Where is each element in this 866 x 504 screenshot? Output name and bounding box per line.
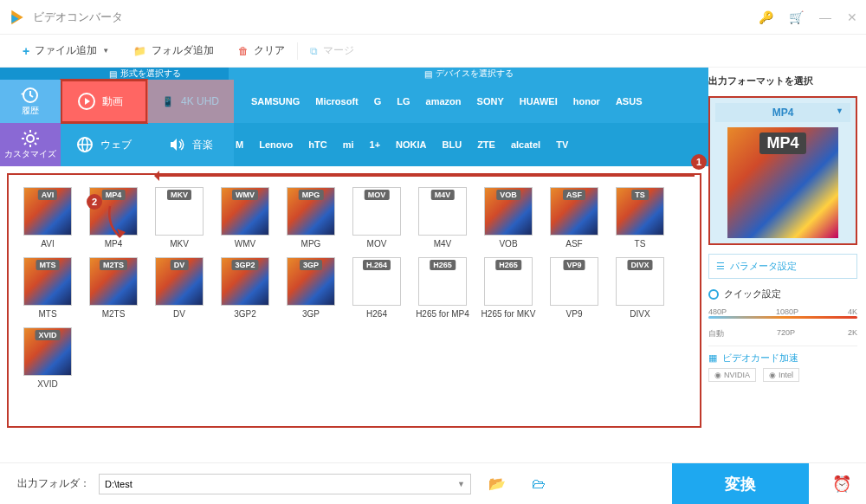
format-thumb: MOV (352, 187, 401, 236)
format-thumb: DIVX (616, 257, 664, 306)
convert-button[interactable]: 変換 (672, 463, 809, 505)
trash-icon: 🗑 (238, 45, 249, 57)
output-folder-select[interactable]: D:\test ▼ (99, 474, 471, 494)
format-xvid[interactable]: XVIDXVID (19, 327, 76, 389)
format-ts[interactable]: TSTS (611, 187, 669, 249)
gear-icon (21, 129, 40, 148)
brand-SAMSUNG[interactable]: SAMSUNG (251, 96, 300, 107)
brand-honor[interactable]: honor (573, 96, 600, 107)
format-label: DIVX (630, 309, 650, 319)
quality-mark: 4K (848, 307, 857, 316)
format-m2ts[interactable]: M2TSM2TS (85, 257, 142, 319)
format-thumb: MKV (155, 187, 204, 236)
format-divx[interactable]: DIVXDIVX (611, 257, 669, 319)
format-asf[interactable]: ASFASF (546, 187, 603, 249)
format-badge: TS (631, 190, 649, 200)
brand-amazon[interactable]: amazon (426, 96, 462, 107)
bottom-bar: 出力フォルダ： D:\test ▼ 📂 🗁 変換 ⏰ (0, 462, 866, 504)
brand-SONY[interactable]: SONY (477, 96, 504, 107)
quality-mark: 480P (708, 307, 727, 316)
format-label: ASF (565, 239, 582, 249)
clear-button[interactable]: 🗑 クリア (226, 43, 297, 58)
format-badge: XVID (35, 330, 60, 340)
format-3gp2[interactable]: 3GP23GP2 (216, 257, 274, 319)
customize-tab[interactable]: カスタマイズ (0, 123, 61, 166)
brand-LG[interactable]: LG (397, 96, 410, 107)
format-label: MPG (301, 239, 321, 249)
close-icon[interactable]: ✕ (847, 10, 857, 24)
minimize-icon[interactable]: — (819, 10, 831, 24)
format-badge: MOV (365, 190, 390, 200)
cart-icon[interactable]: 🛒 (789, 10, 804, 24)
format-label: 3GP2 (234, 309, 256, 319)
format-avi[interactable]: AVIAVI (19, 187, 76, 249)
output-format-select[interactable]: MP4 (715, 103, 850, 122)
brand-1+[interactable]: 1+ (370, 139, 381, 150)
format-mkv[interactable]: MKVMKV (151, 187, 208, 249)
merge-icon: ⧉ (310, 45, 318, 57)
format-3gp[interactable]: 3GP3GP (282, 257, 339, 319)
device-tab-header[interactable]: ▤ デバイスを選択する (229, 68, 708, 80)
brand-BLU[interactable]: BLU (443, 139, 462, 150)
format-thumb: AVI (23, 187, 72, 236)
brand-hTC[interactable]: hTC (308, 139, 326, 150)
format-m4v[interactable]: M4VM4V (414, 187, 471, 249)
brand-NOKIA[interactable]: NOKIA (396, 139, 426, 150)
schedule-button[interactable]: ⏰ (818, 463, 866, 505)
format-dv[interactable]: DVDV (151, 257, 208, 319)
output-folder-label: 出力フォルダ： (17, 476, 90, 491)
add-folder-button[interactable]: 📁 フォルダ追加 (121, 43, 226, 58)
gpu-accel-title[interactable]: ▦ ビデオカード加速 (708, 352, 857, 365)
annotation-arrow-1 (158, 175, 695, 177)
customize-label: カスタマイズ (4, 148, 56, 160)
brand-ZTE[interactable]: ZTE (477, 139, 495, 150)
format-label: 3GP (302, 309, 320, 319)
format-mts[interactable]: MTSMTS (19, 257, 76, 319)
browse-output-button[interactable]: 🗁 (523, 476, 554, 492)
format-tab-header[interactable]: ▤ 形式を選択する (0, 68, 229, 80)
parameter-settings-button[interactable]: ☰ パラメータ設定 (708, 254, 857, 279)
svg-line-6 (24, 132, 26, 134)
format-badge: MP4 (102, 190, 126, 200)
open-folder-button[interactable]: 📂 (480, 475, 514, 492)
format-h264[interactable]: H.264H264 (348, 257, 405, 319)
history-tab[interactable]: 履歴 (0, 80, 61, 123)
brand-Microsoft[interactable]: Microsoft (315, 96, 359, 107)
quality-slider[interactable]: 480P1080P4K 自動720P2K (708, 309, 857, 337)
format-thumb: M2TS (89, 257, 138, 306)
brand-mi[interactable]: mi (343, 139, 354, 150)
format-wmv[interactable]: WMVWMV (216, 187, 274, 249)
format-badge: MTS (36, 260, 60, 270)
format-thumb: VOB (484, 187, 533, 236)
app-logo-icon (9, 9, 26, 26)
add-file-button[interactable]: + ファイル追加 ▼ (10, 43, 121, 58)
format-vob[interactable]: VOBVOB (480, 187, 537, 249)
clear-label: クリア (254, 43, 285, 58)
format-mpg[interactable]: MPGMPG (282, 187, 339, 249)
quality-mark: 1080P (776, 307, 798, 316)
brand-row-2: MLenovohTCmi1+NOKIABLUZTEalcatelTV (0, 123, 708, 166)
gpu-nvidia[interactable]: ◉NVIDIA (708, 368, 756, 382)
format-h265-for-mp4[interactable]: H265H265 for MP4 (414, 257, 471, 319)
format-vp9[interactable]: VP9VP9 (546, 257, 603, 319)
brand-G[interactable]: G (374, 96, 382, 107)
brand-HUAWEI[interactable]: HUAWEI (520, 96, 558, 107)
format-thumb: TS (616, 187, 664, 236)
gpu-intel[interactable]: ◉Intel (763, 368, 799, 382)
brand-M[interactable]: M (236, 139, 243, 150)
format-mov[interactable]: MOVMOV (348, 187, 405, 249)
merge-button[interactable]: ⧉ マージ (298, 43, 366, 58)
format-label: VOB (499, 239, 517, 249)
format-badge: VOB (496, 190, 520, 200)
svg-line-8 (24, 143, 26, 145)
key-icon[interactable]: 🔑 (759, 10, 773, 24)
brand-alcatel[interactable]: alcatel (511, 139, 540, 150)
gpu-accel-box: ▦ ビデオカード加速 ◉NVIDIA◉Intel (708, 346, 857, 382)
brand-ASUS[interactable]: ASUS (616, 96, 643, 107)
brand-Lenovo[interactable]: Lenovo (259, 139, 293, 150)
format-label: H265 for MP4 (416, 309, 469, 319)
side-tabs: 履歴 カスタマイズ (0, 80, 61, 166)
format-label: MKV (170, 239, 189, 249)
format-h265-for-mkv[interactable]: H265H265 for MKV (480, 257, 537, 319)
brand-TV[interactable]: TV (556, 139, 568, 150)
